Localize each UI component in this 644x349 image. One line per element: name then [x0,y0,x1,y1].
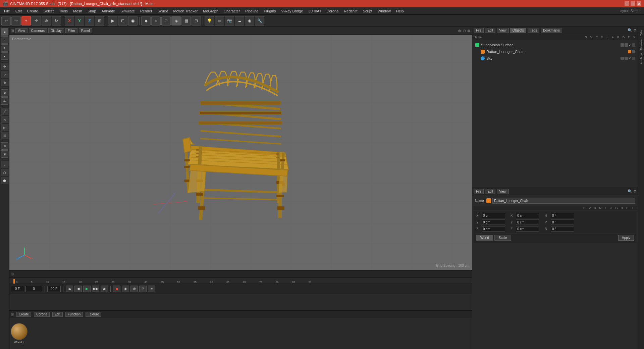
x-size-input[interactable] [516,213,539,218]
y-position-input[interactable] [482,219,505,225]
menu-sculpt[interactable]: Sculpt [155,8,171,14]
z-size-input[interactable] [516,226,539,232]
attr-search-icon[interactable]: 🔍 [628,189,632,194]
workplane-button[interactable]: ⊟ [192,16,201,26]
scale-mode-button[interactable]: Scale [494,235,511,241]
world-mode-button[interactable]: World [476,235,493,241]
menu-snap[interactable]: Snap [85,8,99,14]
title-bar-right[interactable]: ─ □ ✕ [625,1,641,6]
vp-nav-3[interactable]: ⊗ [467,29,471,33]
render-active-view-button[interactable]: ◉ [128,16,138,26]
menu-tools[interactable]: Tools [56,8,70,14]
play-button[interactable]: ▶ [83,286,91,292]
attr-settings-icon[interactable]: ⚙ [633,189,637,194]
mode-point-button[interactable]: · [1,36,8,44]
menu-simulate[interactable]: Simulate [118,8,138,14]
material-edit-button[interactable]: Edit [52,312,63,317]
objects-bookmarks-button[interactable]: Bookmarks [541,28,562,33]
menu-character[interactable]: Character [221,8,243,14]
b-rot-input[interactable] [551,226,574,232]
edge-mode-button[interactable]: ○ [151,16,161,26]
menu-3dtoall[interactable]: 3DToAll [306,8,324,14]
line-tool-side[interactable]: ╱ [1,108,8,115]
tabs-edge-tab[interactable]: Tabs [639,28,644,37]
sky-button[interactable]: ☁ [235,16,244,26]
mode-polygon-button[interactable]: ▪ [1,52,8,60]
maximize-button[interactable]: □ [631,1,635,6]
menu-pipeline[interactable]: Pipeline [243,8,261,14]
timeline-menu-toggle[interactable]: ⊞ [11,272,14,276]
menu-file[interactable]: File [1,8,13,14]
vp-display-button[interactable]: Display [48,28,64,33]
z-position-input[interactable] [482,226,505,232]
z-axis-button[interactable]: Z [85,16,94,26]
render-button[interactable]: ▶ [108,16,117,26]
texture-mode-button[interactable]: ▦ [181,16,191,26]
timeline-settings-button[interactable]: ≡ [148,286,155,292]
attr-view-button[interactable]: View [497,189,509,194]
terrain-tool-side[interactable]: ⌂ [1,161,8,168]
material-texture-button[interactable]: Texture [86,312,101,317]
object-mode-button[interactable]: ◈ [171,16,181,26]
move-tool-button[interactable]: ✛ [32,16,41,26]
object-name-field[interactable]: Rattan_Lounger_Chair [492,198,635,204]
magnet-tool-side[interactable]: ⊗ [1,150,8,158]
move-tool-side[interactable]: ✛ [1,63,8,70]
mode-edge-button[interactable]: ⌇ [1,44,8,52]
material-button[interactable]: ◉ [245,16,254,26]
objects-view-button[interactable]: View [497,28,509,33]
objects-edit-button[interactable]: Edit [485,28,495,33]
play-forward-button[interactable]: ▶▶ [92,286,99,292]
menu-help[interactable]: Help [393,8,407,14]
point-mode-button[interactable]: ⊙ [161,16,171,26]
attr-file-button[interactable]: File [474,189,484,194]
extrude-tool-side[interactable]: ⊞ [1,132,8,139]
brush-tool-side[interactable]: ⊘ [1,89,8,97]
objects-objects-button[interactable]: Objects [510,28,526,33]
polygon-mode-button[interactable]: ◆ [141,16,151,26]
browser-edge-tab[interactable]: Browser [639,38,644,51]
menu-mesh[interactable]: Mesh [70,8,85,14]
menu-animate[interactable]: Animate [99,8,118,14]
menu-vray[interactable]: V-Ray Bridge [279,8,306,14]
menu-render[interactable]: Render [138,8,155,14]
attr-edit-button[interactable]: Edit [485,189,495,194]
viewport[interactable]: Perspective [9,35,472,270]
menu-select[interactable]: Select [41,8,57,14]
record-button[interactable]: ⏺ [113,286,120,292]
apply-button[interactable]: Apply [618,235,634,241]
menu-window[interactable]: Window [375,8,393,14]
play-reverse-button[interactable]: ◀ [74,286,82,292]
deformer-button[interactable]: 🔧 [255,16,264,26]
minimize-button[interactable]: ─ [625,1,629,6]
menu-create[interactable]: Create [24,8,41,14]
polygon-create-side[interactable]: ▷ [1,124,8,131]
objects-file-button[interactable]: File [474,28,484,33]
y-axis-button[interactable]: Y [75,16,84,26]
texture-paint-side[interactable]: ⬢ [1,177,8,184]
menu-script[interactable]: Script [360,8,375,14]
x-axis-button[interactable]: X [65,16,74,26]
new-object-button[interactable]: + [21,16,31,26]
menu-motion-tracker[interactable]: Motion Tracker [170,8,200,14]
all-axes-button[interactable]: ⊞ [95,16,104,26]
menu-plugins[interactable]: Plugins [261,8,278,14]
go-to-start-button[interactable]: ⏮ [66,286,73,292]
rotate-button[interactable]: ↻ [52,16,61,26]
vp-panel-button[interactable]: Panel [79,28,92,33]
go-to-end-button[interactable]: ⏭ [101,286,108,292]
material-corona-button[interactable]: Corona [34,312,50,317]
select-button[interactable]: ⊕ [42,16,51,26]
keyframe-button[interactable]: ◈ [122,286,129,292]
x-position-input[interactable] [482,213,505,218]
floor-button[interactable]: ▭ [215,16,224,26]
objects-settings-icon[interactable]: ⚙ [633,28,637,33]
h-rot-input[interactable] [551,213,574,218]
snap-tool-side[interactable]: ⊕ [1,142,8,150]
objects-search-icon[interactable]: 🔍 [628,28,632,33]
redo-button[interactable]: ↪ [11,16,21,26]
material-item[interactable]: Wood_t [11,323,28,344]
mode-object-button[interactable]: ■ [1,28,8,36]
menu-redshift[interactable]: Redshift [341,8,360,14]
close-button[interactable]: ✕ [637,1,641,6]
